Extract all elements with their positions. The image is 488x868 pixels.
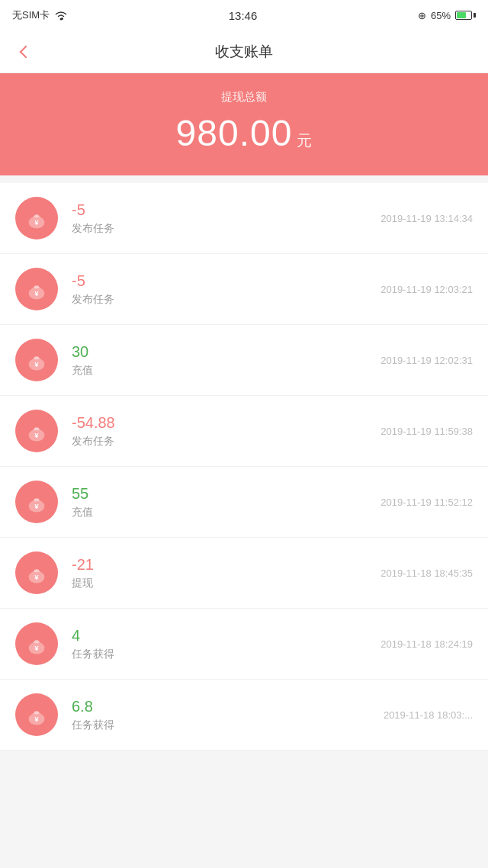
tx-info: -21 提现 [72, 556, 380, 590]
tx-icon-wrap: ¥ [15, 339, 58, 381]
transaction-item: ¥ 55 充值 2019-11-19 11:52:12 [0, 467, 488, 538]
svg-rect-23 [34, 711, 39, 714]
tx-info: -54.88 发布任务 [72, 414, 380, 448]
tx-amount: 4 [72, 627, 380, 645]
transaction-item: ¥ -21 提现 2019-11-18 18:45:35 [0, 538, 488, 609]
summary-label: 提现总额 [0, 90, 488, 104]
transaction-list: ¥ -5 发布任务 2019-11-19 13:14:34 ¥ -5 发布任务 [0, 183, 488, 751]
svg-rect-8 [34, 356, 39, 359]
tx-info: -5 发布任务 [72, 272, 380, 307]
tx-info: 6.8 任务获得 [72, 698, 384, 732]
tx-date: 2019-11-19 12:02:31 [380, 355, 473, 366]
battery-icon [455, 11, 476, 20]
tx-amount: -54.88 [72, 414, 380, 432]
money-bag-icon: ¥ [24, 277, 49, 301]
money-bag-icon: ¥ [24, 632, 49, 656]
battery-percent: 65% [431, 10, 451, 21]
transaction-item: ¥ 6.8 任务获得 2019-11-18 18:03:... [0, 680, 488, 751]
svg-rect-17 [34, 569, 39, 572]
svg-rect-11 [34, 427, 39, 430]
page-title: 收支账单 [215, 42, 273, 62]
summary-unit: 元 [297, 130, 312, 151]
tx-date: 2019-11-19 11:52:12 [380, 497, 473, 508]
transaction-item: ¥ -5 发布任务 2019-11-19 12:03:21 [0, 254, 488, 325]
tx-desc: 充值 [72, 364, 380, 378]
svg-text:¥: ¥ [34, 218, 39, 227]
status-right: ⊕ 65% [418, 10, 476, 21]
svg-rect-20 [34, 640, 39, 643]
tx-icon-wrap: ¥ [15, 622, 58, 665]
svg-point-0 [60, 18, 63, 21]
tx-amount: 6.8 [72, 698, 384, 715]
wifi-icon [54, 10, 68, 21]
money-bag-icon: ¥ [24, 561, 49, 585]
svg-rect-5 [34, 285, 39, 288]
tx-icon-wrap: ¥ [15, 197, 58, 240]
svg-text:¥: ¥ [34, 573, 39, 581]
tx-date: 2019-11-18 18:24:19 [380, 638, 473, 650]
back-button[interactable] [14, 40, 38, 64]
tx-info: 55 充值 [72, 485, 380, 519]
svg-text:¥: ¥ [34, 644, 39, 652]
tx-amount: 55 [72, 485, 380, 503]
svg-text:¥: ¥ [34, 715, 39, 723]
svg-text:¥: ¥ [34, 289, 39, 297]
svg-text:¥: ¥ [34, 360, 39, 368]
location-icon: ⊕ [418, 10, 426, 21]
header: 收支账单 [0, 31, 488, 73]
tx-info: 30 充值 [72, 343, 380, 378]
summary-amount-row: 980.00 元 [0, 112, 488, 154]
tx-desc: 发布任务 [72, 293, 380, 307]
money-bag-icon: ¥ [24, 702, 49, 727]
tx-date: 2019-11-18 18:45:35 [380, 567, 473, 579]
sim-label: 无SIM卡 [12, 8, 50, 22]
tx-date: 2019-11-19 13:14:34 [380, 213, 473, 224]
tx-amount: -21 [72, 556, 380, 574]
money-bag-icon: ¥ [24, 419, 49, 443]
tx-desc: 发布任务 [72, 435, 380, 448]
summary-card: 提现总额 980.00 元 [0, 73, 488, 175]
tx-icon-wrap: ¥ [15, 268, 58, 310]
tx-desc: 任务获得 [72, 648, 380, 661]
tx-desc: 任务获得 [72, 719, 384, 732]
tx-icon-wrap: ¥ [15, 551, 58, 594]
status-bar: 无SIM卡 13:46 ⊕ 65% [0, 0, 488, 31]
status-time: 13:46 [229, 9, 258, 22]
svg-text:¥: ¥ [34, 502, 39, 510]
tx-date: 2019-11-19 12:03:21 [380, 284, 473, 295]
money-bag-icon: ¥ [24, 206, 49, 230]
tx-icon-wrap: ¥ [15, 693, 58, 736]
transaction-item: ¥ -54.88 发布任务 2019-11-19 11:59:38 [0, 396, 488, 467]
tx-icon-wrap: ¥ [15, 410, 58, 452]
tx-icon-wrap: ¥ [15, 481, 58, 523]
tx-info: 4 任务获得 [72, 627, 380, 661]
transaction-item: ¥ 30 充值 2019-11-19 12:02:31 [0, 325, 488, 396]
transaction-item: ¥ -5 发布任务 2019-11-19 13:14:34 [0, 183, 488, 254]
svg-rect-14 [34, 498, 39, 501]
tx-amount: -5 [72, 272, 380, 290]
tx-desc: 发布任务 [72, 222, 380, 236]
tx-desc: 提现 [72, 577, 380, 590]
svg-rect-2 [34, 214, 39, 217]
status-left: 无SIM卡 [12, 8, 68, 22]
transaction-item: ¥ 4 任务获得 2019-11-18 18:24:19 [0, 609, 488, 680]
tx-info: -5 发布任务 [72, 201, 380, 236]
money-bag-icon: ¥ [24, 490, 49, 514]
back-chevron-icon [20, 45, 33, 58]
summary-amount: 980.00 [176, 112, 293, 154]
tx-amount: 30 [72, 343, 380, 361]
tx-desc: 充值 [72, 506, 380, 519]
tx-amount: -5 [72, 201, 380, 219]
tx-date: 2019-11-18 18:03:... [384, 709, 473, 721]
tx-date: 2019-11-19 11:59:38 [380, 426, 473, 437]
money-bag-icon: ¥ [24, 348, 49, 372]
svg-text:¥: ¥ [34, 431, 39, 439]
